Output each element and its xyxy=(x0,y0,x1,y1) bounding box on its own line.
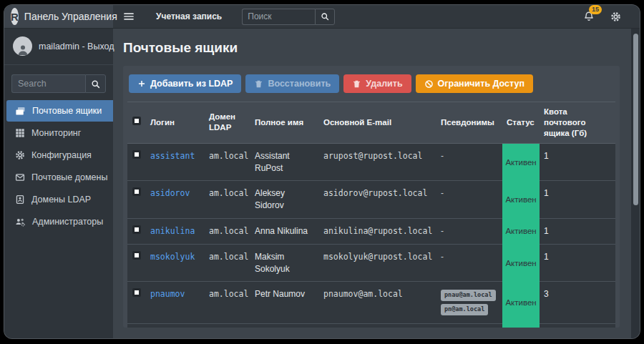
add-from-ldap-button[interactable]: Добавить из LDAP xyxy=(129,74,241,93)
email-cell: anikulina@rupost.local xyxy=(319,219,436,245)
full-name-cell: Maksim Sokolyuk xyxy=(250,244,319,282)
sidebar-nav: Почтовые ящики Мониторинг Конфигурация П… xyxy=(4,100,113,232)
status-cell: Активен xyxy=(502,181,540,219)
quota-cell: 3 xyxy=(540,282,615,324)
domain-cell: am.local xyxy=(205,324,250,328)
header-ldap-domain[interactable]: Домен LDAP xyxy=(205,102,250,144)
full-name-cell: Petr Naumov xyxy=(250,282,319,324)
scrollbar-track[interactable] xyxy=(631,29,640,338)
scrollbar-thumb[interactable] xyxy=(633,34,638,205)
restrict-access-label: Ограничить Доступ xyxy=(438,79,525,89)
login-link[interactable]: anikulina xyxy=(150,226,195,236)
select-all-cell xyxy=(127,102,146,144)
sidebar-item-monitoring[interactable]: Мониторинг xyxy=(6,122,113,144)
email-cell: msokolyuk@rupost.local xyxy=(319,244,436,282)
delete-label: Удалить xyxy=(366,79,402,89)
header-primary-email[interactable]: Основной E-mail xyxy=(319,102,436,144)
row-checkbox[interactable] xyxy=(132,187,141,196)
sidebar-item-label: Конфигурация xyxy=(31,150,92,160)
gear-icon xyxy=(610,11,621,22)
logout-link[interactable]: mailadmin - Выход xyxy=(39,41,114,51)
login-link[interactable]: pnaumov xyxy=(150,289,185,299)
login-link[interactable]: assistant xyxy=(150,151,195,161)
row-select-cell xyxy=(127,244,146,282)
table-row: pnaumovam.localPetr Naumovpnaumov@am.loc… xyxy=(127,282,615,324)
table-row: spetrovam.localSergey Petrovspetrov@rupo… xyxy=(127,324,615,328)
settings-button[interactable] xyxy=(610,11,621,22)
restrict-access-button[interactable]: Ограничить Доступ xyxy=(416,74,533,93)
delete-button[interactable]: Удалить xyxy=(343,74,411,93)
sidebar-item-label: Почтовые домены xyxy=(31,172,107,182)
sidebar-item-mailboxes[interactable]: Почтовые ящики xyxy=(6,100,113,122)
login-link[interactable]: msokolyuk xyxy=(150,252,195,262)
sidebar-item-administrators[interactable]: Администраторы xyxy=(6,211,113,232)
sidebar-item-label: Домены LDAP xyxy=(31,195,91,205)
row-checkbox[interactable] xyxy=(132,251,141,260)
header-status[interactable]: Статус xyxy=(502,102,540,144)
domain-cell: am.local xyxy=(205,219,250,245)
plus-icon xyxy=(137,79,146,88)
row-checkbox[interactable] xyxy=(132,225,141,234)
sidebar-item-configuration[interactable]: Конфигурация xyxy=(6,144,113,166)
quota-cell: 1 xyxy=(540,244,615,282)
row-select-cell xyxy=(127,143,146,181)
restore-button[interactable]: Восстановить xyxy=(245,74,339,93)
mailbox-table-body: assistantam.localAssistant RuPostarupost… xyxy=(127,143,615,328)
user-avatar xyxy=(13,36,32,56)
login-cell: assistant xyxy=(146,143,205,181)
search-icon xyxy=(321,12,329,21)
search-icon xyxy=(91,79,100,89)
login-link[interactable]: asidorov xyxy=(150,188,190,198)
sidebar-item-mail-domains[interactable]: Почтовые домены xyxy=(6,167,113,188)
trash-icon xyxy=(352,79,361,89)
sidebar-toggle-button[interactable] xyxy=(123,11,135,22)
sidebar-search xyxy=(11,74,106,93)
full-name-cell: Anna Nikulina xyxy=(250,219,319,245)
header-full-name[interactable]: Полное имя xyxy=(250,102,319,144)
sidebar-search-input[interactable] xyxy=(11,74,85,93)
login-cell: pnaumov xyxy=(146,282,205,324)
login-cell: msokolyuk xyxy=(146,244,205,282)
sidebar: mailadmin - Выход Почтовые ящики Монитор… xyxy=(4,29,113,338)
status-cell: Активен xyxy=(502,143,540,181)
quota-cell: 2 xyxy=(540,324,615,328)
aliases-cell: - xyxy=(436,181,502,219)
restore-label: Восстановить xyxy=(268,79,331,89)
brand[interactable]: R Панель Управления xyxy=(4,5,113,28)
domain-cell: am.local xyxy=(205,181,250,219)
topbar-search-button[interactable] xyxy=(315,9,335,25)
account-menu-item[interactable]: Учетная запись xyxy=(156,11,222,21)
toolbar: Добавить из LDAP Восстановить Удалить Ог… xyxy=(127,71,615,102)
row-select-cell xyxy=(127,219,146,245)
topbar-search xyxy=(242,9,335,25)
select-all-checkbox[interactable] xyxy=(132,117,141,125)
brand-title: Панель Управления xyxy=(24,11,117,22)
login-cell: asidorov xyxy=(146,181,205,219)
table-row: asidorovam.localAleksey Sidorovasidorov@… xyxy=(127,181,615,219)
sidebar-search-button[interactable] xyxy=(85,74,106,93)
full-name-cell: Assistant RuPost xyxy=(250,143,319,181)
users-gear-icon xyxy=(15,217,26,227)
domain-cell: am.local xyxy=(205,282,250,324)
sidebar-item-ldap-domains[interactable]: Домены LDAP xyxy=(6,189,113,210)
notifications-button[interactable]: 15 xyxy=(583,11,595,22)
header-login[interactable]: Логин xyxy=(146,102,205,144)
sidebar-item-label: Мониторинг xyxy=(31,128,81,138)
header-aliases[interactable]: Псевдонимы xyxy=(436,102,502,144)
alias-badge: pn@am.local xyxy=(441,304,488,315)
aliases-cell: - xyxy=(436,143,502,181)
row-checkbox[interactable] xyxy=(132,288,141,297)
top-navigation: Учетная запись 15 xyxy=(113,5,640,28)
status-cell: Активен xyxy=(502,219,540,245)
header-quota[interactable]: Квота почтового ящика (Гб) xyxy=(540,102,615,144)
table-row: msokolyukam.localMaksim Sokolyukmsokolyu… xyxy=(127,244,615,282)
mailboxes-card: Добавить из LDAP Восстановить Удалить Ог… xyxy=(123,66,620,328)
alias-badge: pnau@am.local xyxy=(441,290,496,301)
app-window: R Панель Управления Учетная запись 15 ma… xyxy=(4,5,640,338)
topbar-search-input[interactable] xyxy=(242,9,315,25)
quota-cell: 1 xyxy=(540,181,615,219)
quota-cell: 1 xyxy=(540,219,615,245)
envelope-icon xyxy=(15,172,25,182)
full-name-cell: Sergey Petrov xyxy=(250,324,319,328)
row-checkbox[interactable] xyxy=(132,150,141,159)
